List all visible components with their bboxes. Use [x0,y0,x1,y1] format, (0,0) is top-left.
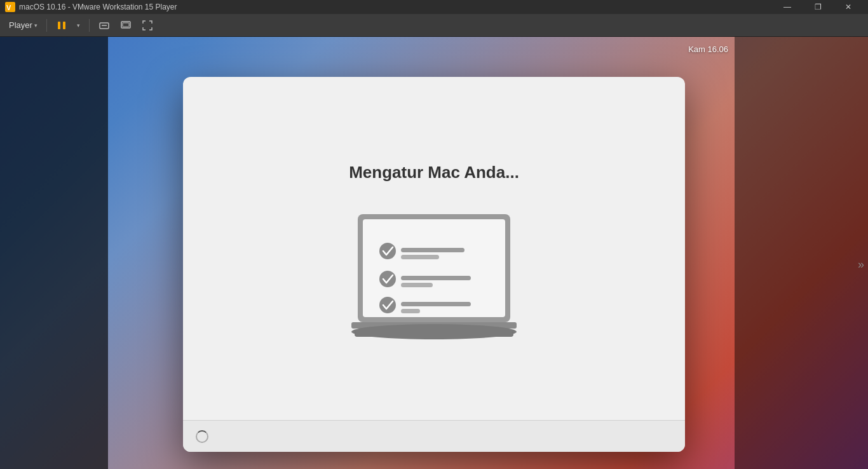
collapse-arrows-icon: » [858,258,864,271]
svg-point-10 [379,243,396,259]
pause-dropdown-button[interactable]: ▾ [74,17,84,34]
svg-rect-23 [355,332,513,337]
svg-rect-2 [58,22,60,29]
svg-rect-11 [401,248,465,252]
restore-button[interactable]: ❐ [803,0,832,14]
titlebar-title: macOS 10.16 - VMware Workstation 15 Play… [19,3,177,11]
player-menu-button[interactable]: Player ▾ [5,18,41,32]
vm-right-overlay [735,37,868,469]
vm-left-overlay [0,37,108,469]
laptop-illustration [320,208,548,354]
titlebar: V macOS 10.16 - VMware Workstation 15 Pl… [0,0,868,14]
chevron-down-icon: ▾ [34,22,37,29]
dialog-bottom-bar [183,420,685,452]
pause-dropdown-icon: ▾ [77,22,80,29]
svg-point-16 [379,297,396,313]
toolbar: Player ▾ ▾ [0,14,868,37]
loading-spinner [196,430,208,443]
close-button[interactable]: ✕ [834,0,863,14]
dialog-content: Mengatur Mac Anda... [183,77,685,452]
svg-rect-7 [123,23,129,27]
laptop-svg [320,208,548,354]
svg-rect-14 [401,276,471,280]
dialog-title: Mengatur Mac Anda... [349,163,519,182]
svg-rect-3 [63,22,65,29]
time-display: Kam 16.06 [688,44,728,54]
vm-action-button-1[interactable] [95,17,114,34]
svg-rect-17 [401,302,471,306]
svg-rect-12 [401,255,439,259]
pause-icon [56,20,67,31]
vm-action-button-3[interactable] [138,17,157,34]
titlebar-controls: — ❐ ✕ [773,0,863,14]
minimize-button[interactable]: — [773,0,802,14]
svg-rect-15 [401,283,433,287]
player-label: Player [9,20,32,30]
pause-button[interactable] [52,17,71,34]
svg-rect-18 [401,309,420,313]
setup-dialog: Mengatur Mac Anda... [183,77,685,452]
titlebar-left: V macOS 10.16 - VMware Workstation 15 Pl… [5,2,177,12]
fit-guest-icon [120,20,132,31]
toolbar-separator-2 [89,19,90,32]
svg-text:V: V [6,4,11,11]
collapse-button[interactable]: » [854,255,868,274]
svg-point-13 [379,271,396,287]
vm-area: » Kam 16.06 Mengatur Mac Anda... [0,37,868,469]
ctrl-alt-del-icon [98,20,110,31]
vm-action-button-2[interactable] [116,17,135,34]
toolbar-separator [46,19,47,32]
vmware-icon: V [5,2,15,12]
fullscreen-icon [142,20,153,31]
